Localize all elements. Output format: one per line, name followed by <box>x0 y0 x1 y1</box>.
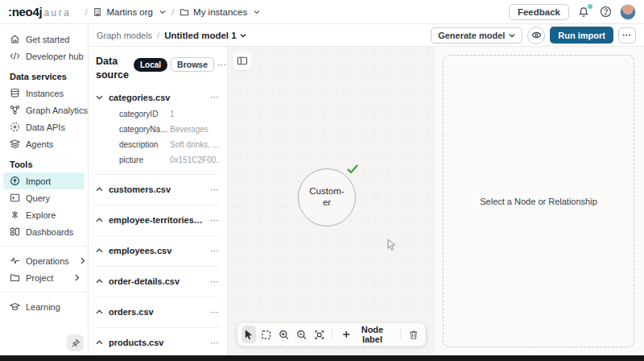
delete-button[interactable] <box>406 326 421 343</box>
chevron-down-icon <box>96 95 103 100</box>
chevron-up-icon <box>96 309 103 314</box>
sidebar-item-data-apis[interactable]: Data APIs <box>3 118 85 135</box>
property-value: 1 <box>170 110 220 118</box>
project-breadcrumb-label: My instances <box>193 7 247 17</box>
customer-node[interactable]: Custom- er <box>298 168 356 226</box>
select-tool-button[interactable] <box>242 326 257 343</box>
sidebar-item-query[interactable]: Query <box>3 189 85 206</box>
sidebar-divider <box>0 246 88 247</box>
property-key: picture <box>119 156 170 164</box>
cursor-icon <box>244 329 254 340</box>
top-bar: :neo4j aura / Martins org / My instances… <box>0 0 644 24</box>
fit-to-view-button[interactable] <box>312 326 328 343</box>
property-row: categoryNa... Beverages <box>96 122 220 137</box>
notifications-button[interactable] <box>576 5 591 19</box>
file-name: customers.csv <box>109 185 204 194</box>
folder-icon <box>180 7 189 17</box>
org-breadcrumb[interactable]: Martins org <box>93 7 166 17</box>
data-source-panel: Data source Local Browse ⋯ categories.cs… <box>89 47 228 355</box>
property-value: Soft drinks, ... <box>170 140 220 149</box>
property-row: description Soft drinks, ... <box>96 137 220 152</box>
model-canvas[interactable]: Custom- er <box>228 47 435 355</box>
marquee-select-button[interactable] <box>259 326 275 343</box>
zoom-in-button[interactable] <box>277 326 292 343</box>
sidebar-item-operations[interactable]: Operations <box>3 252 85 269</box>
sidebar-item-explore[interactable]: Explore <box>3 206 85 223</box>
marquee-icon <box>262 330 272 340</box>
file-menu-button[interactable]: ⋯ <box>210 308 220 317</box>
pin-sidebar-button[interactable] <box>67 334 84 351</box>
chevron-down-icon <box>254 10 260 15</box>
node-label-line: Custom- <box>309 186 344 197</box>
file-row-employee-territories[interactable]: employee-territories.csv ⋯ <box>96 205 220 235</box>
layers-icon <box>10 139 20 149</box>
file-row-orders[interactable]: orders.csv ⋯ <box>96 297 220 327</box>
file-menu-button[interactable]: ⋯ <box>210 247 220 255</box>
sidebar-item-dashboards[interactable]: Dashboards <box>3 223 85 240</box>
breadcrumb-separator: / <box>171 7 174 17</box>
file-row-customers[interactable]: customers.csv ⋯ <box>96 175 220 205</box>
browse-button[interactable]: Browse <box>171 57 214 72</box>
explore-graph-icon <box>10 210 20 220</box>
help-button[interactable] <box>598 5 613 19</box>
chevron-up-icon <box>96 340 103 345</box>
add-node-label-button[interactable]: Node label <box>337 326 395 343</box>
sidebar-item-agents[interactable]: Agents <box>3 135 85 152</box>
file-row-products[interactable]: products.csv ⋯ <box>96 328 220 355</box>
zoom-out-icon <box>297 330 308 340</box>
sidebar-item-label: Query <box>26 193 50 203</box>
file-menu-button[interactable]: ⋯ <box>210 216 220 225</box>
neo4j-aura-logo[interactable]: :neo4j aura <box>8 5 71 19</box>
collapse-panel-button[interactable] <box>233 51 252 70</box>
file-menu-button[interactable]: ⋯ <box>210 185 220 194</box>
code-icon <box>10 51 20 61</box>
model-name-dropdown[interactable]: Untitled model 1 <box>164 31 246 40</box>
sidebar-item-label: Get started <box>26 35 69 44</box>
chevron-up-icon <box>96 187 103 192</box>
zoom-in-icon <box>279 330 290 340</box>
home-icon <box>10 34 20 44</box>
sidebar-item-learning[interactable]: Learning <box>3 298 85 315</box>
zoom-out-button[interactable] <box>295 326 310 343</box>
sidebar-item-developer-hub[interactable]: Developer hub <box>3 48 85 64</box>
panel-layout-icon <box>237 56 248 66</box>
folder-icon <box>10 272 20 283</box>
mouse-cursor <box>386 239 397 251</box>
sidebar-item-get-started[interactable]: Get started <box>3 31 85 48</box>
sidebar-item-instances[interactable]: Instances <box>3 85 85 102</box>
local-tab[interactable]: Local <box>134 58 167 72</box>
data-source-menu-button[interactable]: ⋯ <box>217 60 227 69</box>
property-key: description <box>119 140 170 149</box>
file-menu-button[interactable]: ⋯ <box>210 338 220 347</box>
generate-model-button[interactable]: Generate model <box>431 27 522 44</box>
file-menu-button[interactable]: ⋯ <box>210 277 220 286</box>
feedback-button[interactable]: Feedback <box>509 4 569 20</box>
graph-models-breadcrumb[interactable]: Graph models <box>97 31 152 40</box>
file-row-order-details[interactable]: order-details.csv ⋯ <box>96 267 220 297</box>
file-menu-button[interactable]: ⋯ <box>210 93 220 102</box>
fit-screen-icon <box>315 330 325 340</box>
chevron-up-icon <box>96 218 103 222</box>
preview-button[interactable] <box>527 27 545 44</box>
chevron-right-icon <box>80 257 85 264</box>
sidebar-item-graph-analytics[interactable]: Graph Analytics <box>3 102 85 118</box>
property-key: categoryID <box>119 110 170 118</box>
run-import-button[interactable]: Run import <box>550 27 613 44</box>
sidebar-item-import[interactable]: Import <box>3 172 85 189</box>
graph-analytics-icon <box>10 105 20 115</box>
more-options-button[interactable]: ⋯ <box>618 27 636 44</box>
chevron-right-icon <box>75 274 80 281</box>
sidebar-item-label: Data APIs <box>26 122 65 132</box>
bottom-bar <box>0 355 644 361</box>
project-breadcrumb[interactable]: My instances <box>180 7 260 17</box>
details-panel: Select a Node or Relationship <box>435 47 644 355</box>
file-row-employees[interactable]: employees.csv ⋯ <box>96 236 220 266</box>
node-label-line: er <box>323 197 331 209</box>
pin-icon <box>71 338 80 348</box>
sidebar-item-project[interactable]: Project <box>3 269 85 286</box>
sidebar-item-label: Explore <box>26 210 56 220</box>
sidebar-item-label: Graph Analytics <box>26 106 88 115</box>
user-avatar[interactable] <box>620 4 636 20</box>
file-row-categories[interactable]: categories.csv ⋯ <box>96 89 220 106</box>
sidebar-item-label: Developer hub <box>26 52 84 61</box>
